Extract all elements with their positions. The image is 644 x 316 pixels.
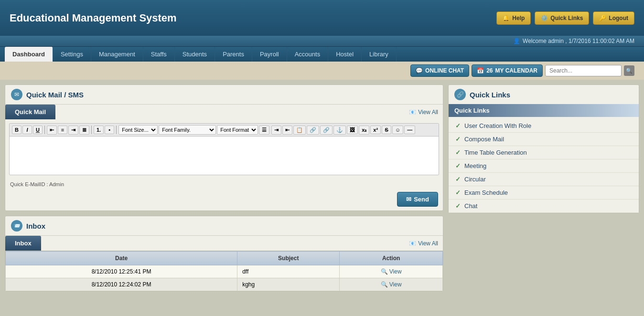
quick-link-item[interactable]: ✓ User Creation With Role xyxy=(449,119,639,133)
inbox-icon: 📨 xyxy=(11,220,22,232)
inbox-tab-bar: Inbox 📧 View All xyxy=(5,236,443,251)
align-left-button[interactable]: ⇤ xyxy=(47,126,57,135)
quick-link-item[interactable]: ✓ Exam Schedule xyxy=(449,186,639,200)
align-right-button[interactable]: ⇥ xyxy=(68,126,78,135)
right-column: 🔗 Quick Links Quick Links ✓ User Creatio… xyxy=(448,84,639,292)
align-center-button[interactable]: ≡ xyxy=(58,126,67,134)
quick-mail-tab-bar: Quick Mail 📧 View All xyxy=(5,105,443,119)
link-button[interactable]: 🔗 xyxy=(307,126,319,135)
quick-link-item[interactable]: ✓ Meeting xyxy=(449,159,639,173)
table-row: 8/12/2010 12:25:41 PM dff 🔍 View xyxy=(6,265,443,278)
italic-button[interactable]: I xyxy=(22,126,32,134)
col-date: Date xyxy=(6,252,237,265)
superscript-button[interactable]: x² xyxy=(370,126,381,134)
quick-links-items: ✓ User Creation With Role ✓ Compose Mail… xyxy=(449,119,639,213)
toolbar-section: 💬 ONLINE CHAT 📅 26 MY CALENDAR 🔍 xyxy=(410,64,634,77)
inbox-panel: 📨 Inbox Inbox 📧 View All Date Subject Ac… xyxy=(5,216,443,292)
quick-link-label: Circular xyxy=(464,176,486,183)
table-row: 8/12/2010 12:24:02 PM kghg 🔍 View xyxy=(6,278,443,291)
subscript-button[interactable]: x₂ xyxy=(359,126,369,135)
toolbar-bar: 💬 ONLINE CHAT 📅 26 MY CALENDAR 🔍 xyxy=(0,62,644,80)
view-icon: 🔍 xyxy=(381,268,388,275)
quick-mail-tab[interactable]: Quick Mail xyxy=(5,105,55,119)
outdent-button[interactable]: ⇤ xyxy=(282,126,292,135)
quick-links-header: 🔗 Quick Links xyxy=(449,85,639,104)
quick-mail-icon: ✉ xyxy=(11,89,22,100)
editor-content[interactable] xyxy=(10,137,439,175)
separator xyxy=(44,126,45,134)
nav-item-parents[interactable]: Parents xyxy=(215,47,252,62)
quick-link-label: Meeting xyxy=(464,162,486,169)
nav-item-payroll[interactable]: Payroll xyxy=(252,47,287,62)
view-link[interactable]: 🔍 View xyxy=(344,268,438,275)
quick-link-item[interactable]: ✓ Compose Mail xyxy=(449,133,639,146)
cell-subject: dff xyxy=(237,265,340,278)
nav-item-management[interactable]: Management xyxy=(91,47,143,62)
check-icon: ✓ xyxy=(455,202,461,210)
ul-button[interactable]: • xyxy=(105,126,114,134)
underline-button[interactable]: U xyxy=(33,126,43,134)
logout-button[interactable]: 🔑 Logout xyxy=(593,11,634,25)
quick-mail-header: ✉ Quick Mail / SMS xyxy=(5,85,443,105)
nav-item-hostel[interactable]: Hostel xyxy=(328,47,362,62)
quick-mail-panel: ✉ Quick Mail / SMS Quick Mail 📧 View All… xyxy=(5,84,443,211)
quick-links-title: Quick Links xyxy=(470,91,510,99)
calendar-date: 26 xyxy=(486,67,493,74)
image-button[interactable]: 🖼 xyxy=(347,126,358,134)
welcome-bar: 👤 Welcome admin , 1/7/2016 11:00:02 AM A… xyxy=(0,36,644,46)
hr-button[interactable]: — xyxy=(404,126,415,134)
quick-link-item[interactable]: ✓ Time Table Generation xyxy=(449,146,639,159)
calendar-icon: 📅 xyxy=(477,67,484,74)
view-icon: 🔍 xyxy=(381,281,388,288)
check-icon: ✓ xyxy=(455,136,461,143)
separator2 xyxy=(91,126,92,134)
cell-action[interactable]: 🔍 View xyxy=(340,278,443,291)
check-icon: ✓ xyxy=(455,122,461,129)
quick-links-subheader: Quick Links xyxy=(449,104,639,117)
check-icon: ✓ xyxy=(455,176,461,183)
help-icon: 🔔 xyxy=(503,15,510,21)
search-button[interactable]: 🔍 xyxy=(624,65,634,76)
cell-subject: kghg xyxy=(237,278,340,291)
nav-item-library[interactable]: Library xyxy=(362,47,397,62)
inbox-view-all[interactable]: 📧 View All xyxy=(409,240,443,247)
chat-icon: 💬 xyxy=(416,67,423,74)
app-header: Educational Management System 🔔 Help ⚙️ … xyxy=(0,0,644,36)
ol-button[interactable]: 1. xyxy=(94,126,104,134)
nav-item-students[interactable]: Students xyxy=(175,47,215,62)
search-input[interactable] xyxy=(545,65,622,76)
indent-button[interactable]: ⇥ xyxy=(271,126,281,135)
font-size-select[interactable]: Font Size... 8pt10pt12pt14pt xyxy=(118,125,158,135)
inbox-tab[interactable]: Inbox xyxy=(5,236,41,251)
main-content: ✉ Quick Mail / SMS Quick Mail 📧 View All… xyxy=(0,80,644,296)
quick-link-item[interactable]: ✓ Circular xyxy=(449,173,639,186)
quick-mail-view-all[interactable]: 📧 View All xyxy=(409,109,443,116)
more-button[interactable]: ☰ xyxy=(259,126,269,135)
header-buttons: 🔔 Help ⚙️ Quick Links 🔑 Logout xyxy=(496,11,634,25)
calendar-button[interactable]: 📅 26 MY CALENDAR xyxy=(472,64,543,77)
help-button[interactable]: 🔔 Help xyxy=(496,11,531,25)
cell-action[interactable]: 🔍 View xyxy=(340,265,443,278)
nav-item-accounts[interactable]: Accounts xyxy=(287,47,328,62)
view-link[interactable]: 🔍 View xyxy=(344,281,438,288)
strikethrough-button[interactable]: S xyxy=(382,126,391,134)
nav-item-staffs[interactable]: Staffs xyxy=(143,47,175,62)
left-column: ✉ Quick Mail / SMS Quick Mail 📧 View All… xyxy=(5,84,443,292)
copy-button[interactable]: 📋 xyxy=(293,126,306,135)
separator3 xyxy=(116,126,117,134)
unlink-button[interactable]: 🔗 xyxy=(320,126,333,135)
bold-button[interactable]: B xyxy=(12,126,21,134)
quick-link-item[interactable]: ✓ Chat xyxy=(449,200,639,213)
nav-item-settings[interactable]: Settings xyxy=(53,47,91,62)
check-icon: ✓ xyxy=(455,162,461,169)
quick-links-icon: ⚙️ xyxy=(541,15,548,21)
send-button[interactable]: ✉ Send xyxy=(397,192,438,207)
nav-item-dashboard[interactable]: Dashboard xyxy=(5,47,53,62)
font-format-select[interactable]: Font Format NormalHeading 1Heading 2 xyxy=(217,125,258,135)
online-chat-button[interactable]: 💬 ONLINE CHAT xyxy=(410,64,469,77)
smiley-button[interactable]: ☺ xyxy=(392,126,403,134)
justify-button[interactable]: ≣ xyxy=(79,126,89,135)
anchor-button[interactable]: ⚓ xyxy=(333,126,346,135)
quick-links-button[interactable]: ⚙️ Quick Links xyxy=(535,11,589,25)
font-family-select[interactable]: Font Family. ArialTimes New RomanCourier xyxy=(159,125,216,135)
